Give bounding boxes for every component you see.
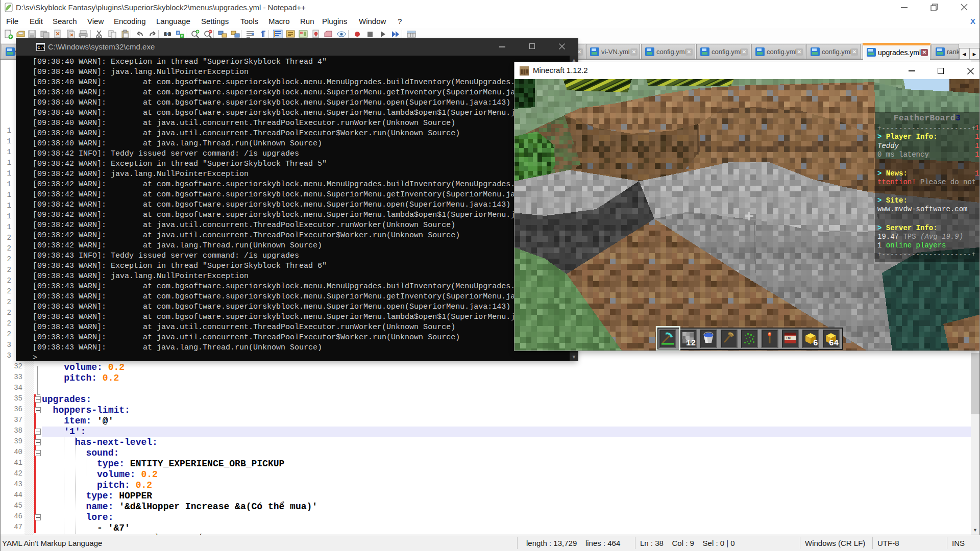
svg-text:TNT: TNT [786, 337, 792, 340]
svg-text:b: b [181, 34, 184, 38]
svg-text:a: a [177, 31, 180, 35]
svg-text:C:\: C:\ [38, 45, 45, 50]
